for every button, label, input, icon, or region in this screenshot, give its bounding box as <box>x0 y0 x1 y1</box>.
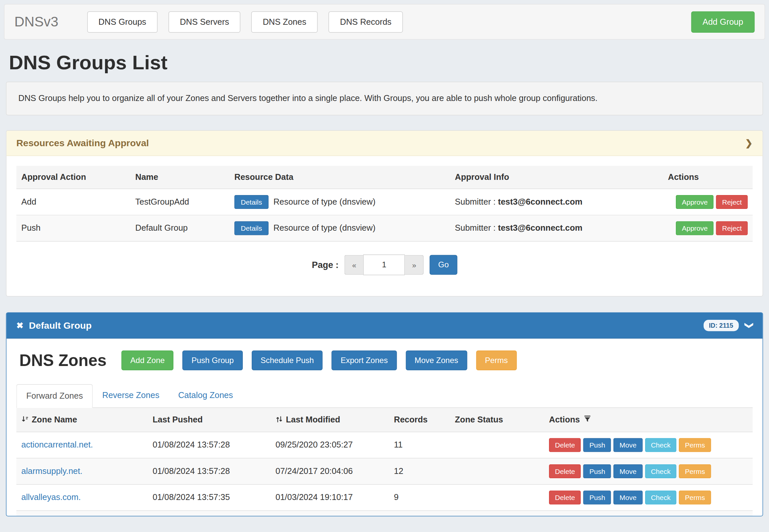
delete-button[interactable]: Delete <box>549 491 581 505</box>
chevron-down-icon[interactable]: ❯ <box>744 322 754 329</box>
submitter-label: Submitter : <box>455 223 495 233</box>
check-button[interactable]: Check <box>645 464 677 478</box>
details-button[interactable]: Details <box>235 195 269 209</box>
zone-link[interactable]: allvalleyas.com. <box>21 493 81 502</box>
approval-table-row: Add TestGroupAdd Details Resource of typ… <box>17 189 753 216</box>
approval-table: Approval Action Name Resource Data Appro… <box>17 166 753 242</box>
col-zone-name[interactable]: Zone Name <box>17 415 148 425</box>
zones-toolbar: DNS Zones Add Zone Push Group Schedule P… <box>17 350 753 370</box>
zone-name-cell: allvalleyas.com. <box>17 493 148 503</box>
last-modified-cell: 07/24/2017 20:04:06 <box>271 466 389 476</box>
zone-actions-cell: Delete Push Move Check Perms <box>544 438 753 452</box>
zone-actions-cell: Delete Push Move Check Perms <box>544 491 753 505</box>
schedule-push-button[interactable]: Schedule Push <box>252 350 323 370</box>
col-actions: Actions <box>663 172 753 182</box>
col-last-modified[interactable]: Last Modified <box>271 415 389 425</box>
records-cell: 9 <box>389 493 450 503</box>
perms-button[interactable]: Perms <box>476 350 517 370</box>
reject-button[interactable]: Reject <box>716 195 748 209</box>
details-button[interactable]: Details <box>235 221 269 235</box>
nav-dns-zones-button[interactable]: DNS Zones <box>251 11 318 33</box>
zone-name-cell: alarmsupply.net. <box>17 466 148 476</box>
last-pushed-cell: 01/08/2024 13:57:28 <box>148 440 271 450</box>
tab-reverse-zones[interactable]: Reverse Zones <box>93 384 169 408</box>
move-button[interactable]: Move <box>614 491 643 505</box>
approval-panel-title: Resources Awaiting Approval <box>17 138 149 149</box>
dnsv3-app: DNSv3 DNS Groups DNS Servers DNS Zones D… <box>0 0 769 532</box>
perms-row-button[interactable]: Perms <box>679 491 711 505</box>
add-zone-button[interactable]: Add Zone <box>121 350 174 370</box>
add-group-button[interactable]: Add Group <box>691 11 754 33</box>
zone-link[interactable]: alarmsupply.net. <box>21 466 83 476</box>
zones-table-header: Zone Name Last Pushed Last Modified Reco… <box>17 408 753 432</box>
zone-row-partial <box>17 511 753 516</box>
col-approval-info: Approval Info <box>450 172 663 182</box>
perms-row-button[interactable]: Perms <box>679 438 711 452</box>
approval-actions-cell: Approve Reject <box>663 221 753 235</box>
col-last-pushed: Last Pushed <box>148 415 271 425</box>
approval-name-cell: TestGroupAdd <box>130 197 230 207</box>
move-button[interactable]: Move <box>614 464 643 478</box>
approval-resource-cell: Details Resource of type (dnsview) <box>230 221 450 235</box>
sort-icon[interactable] <box>21 416 29 423</box>
perms-row-button[interactable]: Perms <box>679 464 711 478</box>
zone-actions-cell: Delete Push Move Check Perms <box>544 464 753 478</box>
sort-icon[interactable] <box>276 416 283 423</box>
page-go-button[interactable]: Go <box>430 255 457 275</box>
last-modified-cell: 09/25/2020 23:05:27 <box>271 440 389 450</box>
submitter-value: test3@6connect.com <box>498 223 583 233</box>
zone-name-cell: actioncarrental.net. <box>17 440 148 450</box>
page-prev-button[interactable]: « <box>345 255 363 275</box>
push-button[interactable]: Push <box>584 438 611 452</box>
group-panel-title: Default Group <box>29 320 91 331</box>
approval-panel-body: Approval Action Name Resource Data Appro… <box>7 156 763 296</box>
zones-table: Zone Name Last Pushed Last Modified Reco… <box>17 408 753 516</box>
check-button[interactable]: Check <box>645 438 677 452</box>
group-panel-header: ✖ Default Group ID: 2115 ❯ <box>7 313 763 339</box>
zone-link[interactable]: actioncarrental.net. <box>21 440 93 450</box>
filter-icon[interactable] <box>584 416 592 423</box>
approval-info-cell: Submitter : test3@6connect.com <box>450 223 663 233</box>
col-name: Name <box>130 172 230 182</box>
export-zones-button[interactable]: Export Zones <box>332 350 397 370</box>
last-pushed-cell: 01/08/2024 13:57:35 <box>148 493 271 503</box>
approval-action-cell: Add <box>17 197 130 207</box>
tab-catalog-zones[interactable]: Catalog Zones <box>169 384 243 408</box>
resource-data-text: Resource of type (dnsview) <box>274 197 376 207</box>
zone-tabs: Forward Zones Reverse Zones Catalog Zone… <box>17 384 753 408</box>
records-cell: 12 <box>389 466 450 476</box>
col-zone-status: Zone Status <box>450 415 544 425</box>
submitter-value: test3@6connect.com <box>498 197 583 207</box>
check-button[interactable]: Check <box>645 491 677 505</box>
push-button[interactable]: Push <box>584 464 611 478</box>
reject-button[interactable]: Reject <box>716 221 748 235</box>
chevron-right-icon[interactable]: ❯ <box>745 138 753 149</box>
page-number-input[interactable] <box>363 254 405 275</box>
delete-button[interactable]: Delete <box>549 464 581 478</box>
approve-button[interactable]: Approve <box>676 195 714 209</box>
group-panel-body: DNS Zones Add Zone Push Group Schedule P… <box>7 339 763 516</box>
navbar: DNSv3 DNS Groups DNS Servers DNS Zones D… <box>4 4 765 40</box>
page-next-button[interactable]: » <box>405 255 424 275</box>
page-description: DNS Groups help you to organize all of y… <box>6 82 763 116</box>
approval-panel-header[interactable]: Resources Awaiting Approval ❯ <box>7 131 763 156</box>
move-button[interactable]: Move <box>614 438 643 452</box>
approval-table-header: Approval Action Name Resource Data Appro… <box>17 166 753 189</box>
close-icon[interactable]: ✖ <box>17 320 23 331</box>
delete-button[interactable]: Delete <box>549 438 581 452</box>
nav-dns-groups-button[interactable]: DNS Groups <box>87 11 158 33</box>
nav-dns-records-button[interactable]: DNS Records <box>329 11 403 33</box>
page-content: DNS Groups List DNS Groups help you to o… <box>0 51 769 516</box>
approve-button[interactable]: Approve <box>676 221 714 235</box>
push-button[interactable]: Push <box>584 491 611 505</box>
page-title: DNS Groups List <box>9 51 763 74</box>
submitter-label: Submitter : <box>455 197 495 207</box>
col-zone-actions[interactable]: Actions <box>544 415 753 425</box>
col-resource-data: Resource Data <box>230 172 450 182</box>
nav-dns-servers-button[interactable]: DNS Servers <box>168 11 241 33</box>
col-records: Records <box>389 415 450 425</box>
move-zones-button[interactable]: Move Zones <box>406 350 467 370</box>
push-group-button[interactable]: Push Group <box>183 350 243 370</box>
zone-row: alarmsupply.net. 01/08/2024 13:57:28 07/… <box>17 458 753 485</box>
tab-forward-zones[interactable]: Forward Zones <box>17 384 93 408</box>
